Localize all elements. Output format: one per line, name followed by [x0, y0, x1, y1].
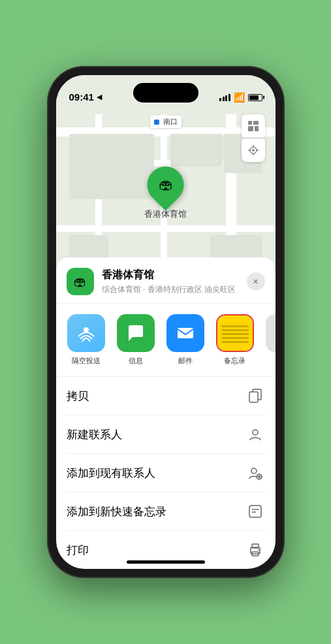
add-quick-note-label: 添加到新快速备忘录 — [67, 504, 166, 519]
wifi-icon: 📶 — [234, 92, 245, 103]
svg-point-15 — [251, 468, 257, 474]
location-arrow-icon: ◀ — [97, 93, 102, 101]
notes-label: 备忘录 — [224, 356, 245, 366]
message-label: 信息 — [129, 356, 143, 366]
status-time: 09:41 — [69, 91, 94, 103]
share-item-airdrop[interactable]: 隔空投送 — [64, 314, 108, 366]
svg-rect-0 — [248, 121, 252, 125]
print-label: 打印 — [67, 543, 89, 558]
svg-rect-2 — [248, 126, 253, 131]
more-icon-wrap — [266, 314, 276, 352]
add-existing-contact-label: 添加到现有联系人 — [67, 466, 155, 481]
mail-icon-wrap — [166, 314, 204, 352]
place-name: 香港体育馆 — [102, 268, 247, 282]
close-button[interactable]: × — [247, 272, 265, 291]
action-list: 拷贝 新建联系人 — [56, 377, 276, 569]
map-label: 南口 — [150, 116, 181, 128]
quick-note-icon — [245, 502, 265, 521]
place-description: 综合体育馆 · 香港特别行政区 油尖旺区 — [102, 284, 247, 295]
dynamic-island — [133, 83, 198, 103]
map-type-button[interactable] — [242, 114, 265, 138]
airdrop-icon-wrap — [67, 314, 105, 352]
svg-point-25 — [258, 549, 259, 551]
close-icon: × — [253, 276, 258, 287]
battery-icon — [248, 94, 262, 101]
notes-icon-wrap — [216, 314, 254, 352]
svg-point-5 — [252, 149, 255, 152]
add-contact-icon — [245, 463, 265, 483]
share-item-message[interactable]: 信息 — [114, 314, 158, 366]
print-icon — [245, 540, 265, 560]
share-row: 隔空投送 信息 — [56, 304, 276, 377]
svg-rect-19 — [249, 506, 261, 517]
stadium-icon: 🏟 — [159, 176, 173, 193]
copy-icon — [245, 386, 265, 406]
place-icon: 🏟 — [67, 268, 94, 295]
status-icons: 📶 — [219, 92, 262, 103]
copy-label: 拷贝 — [67, 389, 89, 404]
place-header: 🏟 香港体育馆 综合体育馆 · 香港特别行政区 油尖旺区 × — [56, 257, 276, 304]
airdrop-label: 隔空投送 — [72, 356, 101, 366]
share-item-notes[interactable]: 备忘录 — [213, 314, 257, 366]
share-item-mail[interactable]: 邮件 — [163, 314, 208, 366]
svg-rect-13 — [249, 392, 258, 402]
action-new-contact[interactable]: 新建联系人 — [67, 415, 265, 454]
phone-screen: 09:41 ◀ 📶 — [56, 75, 276, 569]
action-copy[interactable]: 拷贝 — [67, 377, 265, 415]
signal-bars-icon — [219, 94, 230, 101]
stadium-marker: 🏟 香港体育馆 — [144, 167, 187, 220]
action-add-quick-note[interactable]: 添加到新快速备忘录 — [67, 492, 265, 531]
action-add-existing-contact[interactable]: 添加到现有联系人 — [67, 454, 265, 492]
svg-rect-1 — [253, 121, 259, 125]
mail-label: 邮件 — [178, 356, 193, 366]
home-indicator — [127, 560, 205, 564]
place-info: 香港体育馆 综合体育馆 · 香港特别行政区 油尖旺区 — [102, 268, 247, 295]
new-contact-icon — [245, 425, 265, 444]
place-emoji: 🏟 — [74, 274, 87, 289]
marker-pin: 🏟 — [140, 159, 191, 210]
share-item-more[interactable]: 提 — [262, 314, 276, 366]
message-icon-wrap — [117, 314, 155, 352]
svg-rect-3 — [255, 126, 259, 131]
bottom-sheet: 🏟 香港体育馆 综合体育馆 · 香港特别行政区 油尖旺区 × — [56, 257, 276, 569]
map-controls[interactable] — [242, 114, 265, 162]
phone-frame: 09:41 ◀ 📶 — [48, 67, 283, 577]
svg-point-14 — [253, 430, 258, 435]
location-button[interactable] — [242, 138, 265, 162]
new-contact-label: 新建联系人 — [67, 427, 122, 442]
svg-rect-11 — [178, 328, 193, 338]
svg-point-10 — [84, 327, 89, 332]
notes-inner — [217, 315, 253, 351]
